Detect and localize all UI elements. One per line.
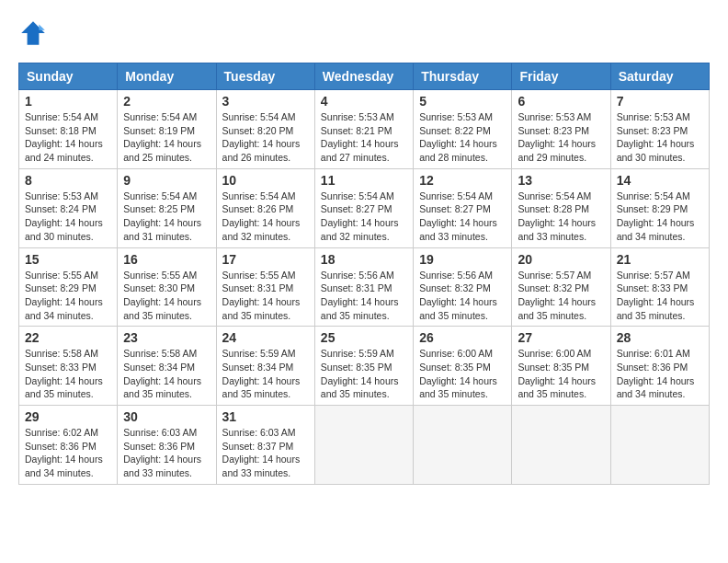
day-info: Sunrise: 5:53 AMSunset: 8:22 PMDaylight:… (419, 110, 506, 165)
day-info: Sunrise: 6:01 AMSunset: 8:36 PMDaylight:… (617, 347, 703, 401)
calendar-header: SundayMondayTuesdayWednesdayThursdayFrid… (19, 63, 710, 90)
calendar-cell: 14Sunrise: 5:54 AMSunset: 8:29 PMDayligh… (610, 168, 709, 247)
day-info: Sunrise: 5:56 AMSunset: 8:31 PMDaylight:… (321, 269, 407, 323)
day-info: Sunrise: 5:57 AMSunset: 8:32 PMDaylight:… (518, 269, 604, 323)
calendar-cell: 25Sunrise: 5:59 AMSunset: 8:35 PMDayligh… (314, 327, 413, 406)
day-number: 3 (222, 94, 309, 109)
day-info: Sunrise: 5:57 AMSunset: 8:33 PMDaylight:… (617, 269, 703, 323)
logo-icon (18, 18, 48, 48)
day-number: 2 (123, 94, 210, 109)
day-info: Sunrise: 5:58 AMSunset: 8:34 PMDaylight:… (123, 347, 210, 401)
day-info: Sunrise: 5:59 AMSunset: 8:35 PMDaylight:… (321, 347, 407, 401)
day-number: 21 (617, 252, 703, 267)
day-info: Sunrise: 6:00 AMSunset: 8:35 PMDaylight:… (518, 347, 604, 401)
day-info: Sunrise: 6:03 AMSunset: 8:37 PMDaylight:… (222, 426, 309, 480)
calendar-cell: 28Sunrise: 6:01 AMSunset: 8:36 PMDayligh… (610, 327, 709, 406)
day-info: Sunrise: 6:02 AMSunset: 8:36 PMDaylight:… (25, 426, 111, 480)
day-info: Sunrise: 5:58 AMSunset: 8:33 PMDaylight:… (25, 347, 111, 401)
calendar-cell: 20Sunrise: 5:57 AMSunset: 8:32 PMDayligh… (512, 247, 610, 327)
calendar-week-5: 29Sunrise: 6:02 AMSunset: 8:36 PMDayligh… (19, 406, 710, 485)
day-info: Sunrise: 6:00 AMSunset: 8:35 PMDaylight:… (419, 347, 506, 401)
calendar-cell: 3Sunrise: 5:54 AMSunset: 8:20 PMDaylight… (216, 90, 314, 169)
day-info: Sunrise: 5:54 AMSunset: 8:20 PMDaylight:… (222, 110, 309, 165)
header-sunday: Sunday (19, 63, 118, 90)
day-number: 30 (123, 409, 210, 424)
header-wednesday: Wednesday (314, 63, 413, 90)
calendar-cell: 1Sunrise: 5:54 AMSunset: 8:18 PMDaylight… (19, 90, 118, 169)
day-number: 9 (123, 173, 210, 188)
calendar-cell: 13Sunrise: 5:54 AMSunset: 8:28 PMDayligh… (512, 168, 610, 247)
day-number: 8 (25, 173, 111, 188)
day-number: 4 (321, 94, 407, 109)
day-number: 27 (518, 330, 604, 345)
calendar-cell (610, 406, 709, 485)
calendar-week-4: 22Sunrise: 5:58 AMSunset: 8:33 PMDayligh… (19, 327, 710, 406)
day-number: 23 (123, 330, 210, 345)
day-number: 6 (518, 94, 604, 109)
day-info: Sunrise: 5:56 AMSunset: 8:32 PMDaylight:… (419, 269, 506, 323)
header-tuesday: Tuesday (216, 63, 314, 90)
day-number: 5 (419, 94, 506, 109)
calendar-cell: 16Sunrise: 5:55 AMSunset: 8:30 PMDayligh… (118, 247, 216, 327)
day-number: 7 (617, 94, 703, 109)
day-number: 13 (518, 173, 604, 188)
calendar-cell: 11Sunrise: 5:54 AMSunset: 8:27 PMDayligh… (314, 168, 413, 247)
svg-marker-0 (21, 21, 45, 45)
day-info: Sunrise: 5:54 AMSunset: 8:19 PMDaylight:… (123, 110, 210, 165)
day-info: Sunrise: 5:53 AMSunset: 8:24 PMDaylight:… (25, 190, 111, 244)
day-info: Sunrise: 5:54 AMSunset: 8:27 PMDaylight:… (419, 190, 506, 244)
svg-marker-1 (39, 24, 44, 29)
calendar-cell: 23Sunrise: 5:58 AMSunset: 8:34 PMDayligh… (118, 327, 216, 406)
day-number: 24 (222, 330, 309, 345)
calendar-week-3: 15Sunrise: 5:55 AMSunset: 8:29 PMDayligh… (19, 247, 710, 327)
day-number: 22 (25, 330, 111, 345)
day-info: Sunrise: 5:53 AMSunset: 8:21 PMDaylight:… (321, 110, 407, 165)
day-info: Sunrise: 5:54 AMSunset: 8:29 PMDaylight:… (617, 190, 703, 244)
calendar-week-1: 1Sunrise: 5:54 AMSunset: 8:18 PMDaylight… (19, 90, 710, 169)
calendar-cell: 9Sunrise: 5:54 AMSunset: 8:25 PMDaylight… (118, 168, 216, 247)
day-number: 14 (617, 173, 703, 188)
calendar-cell: 15Sunrise: 5:55 AMSunset: 8:29 PMDayligh… (19, 247, 118, 327)
calendar-cell: 17Sunrise: 5:55 AMSunset: 8:31 PMDayligh… (216, 247, 314, 327)
day-info: Sunrise: 5:55 AMSunset: 8:29 PMDaylight:… (25, 269, 111, 323)
calendar-cell: 24Sunrise: 5:59 AMSunset: 8:34 PMDayligh… (216, 327, 314, 406)
day-number: 19 (419, 252, 506, 267)
day-info: Sunrise: 5:54 AMSunset: 8:28 PMDaylight:… (518, 190, 604, 244)
day-number: 16 (123, 252, 210, 267)
header-row: SundayMondayTuesdayWednesdayThursdayFrid… (19, 63, 710, 90)
calendar-cell: 30Sunrise: 6:03 AMSunset: 8:36 PMDayligh… (118, 406, 216, 485)
day-number: 12 (419, 173, 506, 188)
calendar-table: SundayMondayTuesdayWednesdayThursdayFrid… (18, 63, 710, 485)
day-info: Sunrise: 6:03 AMSunset: 8:36 PMDaylight:… (123, 426, 210, 480)
header-saturday: Saturday (610, 63, 709, 90)
day-number: 20 (518, 252, 604, 267)
calendar-week-2: 8Sunrise: 5:53 AMSunset: 8:24 PMDaylight… (19, 168, 710, 247)
day-number: 18 (321, 252, 407, 267)
day-info: Sunrise: 5:53 AMSunset: 8:23 PMDaylight:… (617, 110, 703, 165)
day-number: 10 (222, 173, 309, 188)
calendar-cell: 19Sunrise: 5:56 AMSunset: 8:32 PMDayligh… (414, 247, 512, 327)
calendar-cell: 10Sunrise: 5:54 AMSunset: 8:26 PMDayligh… (216, 168, 314, 247)
calendar-cell (512, 406, 610, 485)
day-info: Sunrise: 5:53 AMSunset: 8:23 PMDaylight:… (518, 110, 604, 165)
day-number: 26 (419, 330, 506, 345)
calendar-cell: 31Sunrise: 6:03 AMSunset: 8:37 PMDayligh… (216, 406, 314, 485)
header-friday: Friday (512, 63, 610, 90)
day-number: 15 (25, 252, 111, 267)
calendar-cell: 6Sunrise: 5:53 AMSunset: 8:23 PMDaylight… (512, 90, 610, 169)
day-number: 29 (25, 409, 111, 424)
calendar-cell (414, 406, 512, 485)
day-info: Sunrise: 5:54 AMSunset: 8:26 PMDaylight:… (222, 190, 309, 244)
day-info: Sunrise: 5:54 AMSunset: 8:27 PMDaylight:… (321, 190, 407, 244)
day-info: Sunrise: 5:59 AMSunset: 8:34 PMDaylight:… (222, 347, 309, 401)
calendar-cell: 5Sunrise: 5:53 AMSunset: 8:22 PMDaylight… (414, 90, 512, 169)
day-number: 17 (222, 252, 309, 267)
calendar-cell: 8Sunrise: 5:53 AMSunset: 8:24 PMDaylight… (19, 168, 118, 247)
day-number: 11 (321, 173, 407, 188)
page-header (18, 18, 710, 48)
calendar-cell: 2Sunrise: 5:54 AMSunset: 8:19 PMDaylight… (118, 90, 216, 169)
calendar-cell: 21Sunrise: 5:57 AMSunset: 8:33 PMDayligh… (610, 247, 709, 327)
day-number: 28 (617, 330, 703, 345)
calendar-body: 1Sunrise: 5:54 AMSunset: 8:18 PMDaylight… (19, 90, 710, 485)
calendar-cell: 12Sunrise: 5:54 AMSunset: 8:27 PMDayligh… (414, 168, 512, 247)
